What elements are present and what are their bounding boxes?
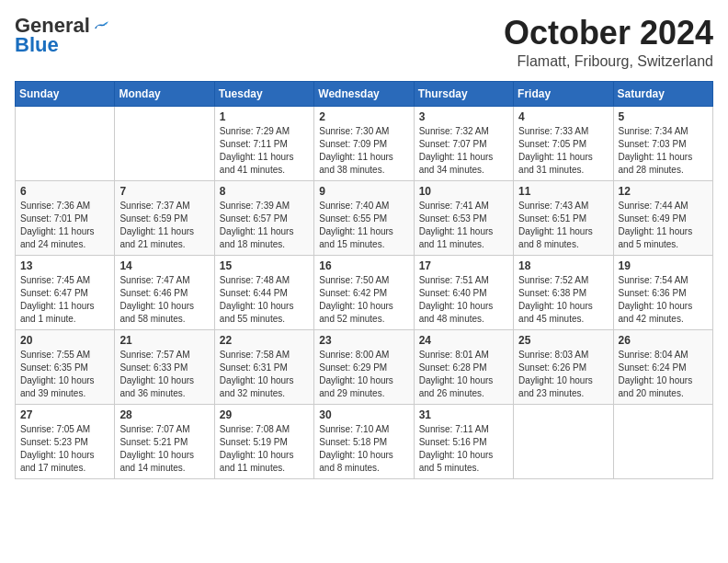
day-info: Sunrise: 7:11 AM Sunset: 5:16 PM Dayligh… xyxy=(419,423,508,475)
day-number: 22 xyxy=(220,334,309,347)
day-info: Sunrise: 7:36 AM Sunset: 7:01 PM Dayligh… xyxy=(20,200,109,251)
calendar-week-row: 6Sunrise: 7:36 AM Sunset: 7:01 PM Daylig… xyxy=(16,180,713,255)
day-number: 20 xyxy=(20,334,109,347)
calendar-week-row: 20Sunrise: 7:55 AM Sunset: 6:35 PM Dayli… xyxy=(16,329,713,404)
day-info: Sunrise: 7:05 AM Sunset: 5:23 PM Dayligh… xyxy=(20,423,109,475)
calendar-cell: 23Sunrise: 8:00 AM Sunset: 6:29 PM Dayli… xyxy=(314,329,414,404)
calendar-cell: 21Sunrise: 7:57 AM Sunset: 6:33 PM Dayli… xyxy=(115,329,214,404)
location-title: Flamatt, Fribourg, Switzerland xyxy=(504,53,713,70)
day-number: 27 xyxy=(20,408,109,421)
day-number: 15 xyxy=(220,259,309,272)
calendar-cell: 25Sunrise: 8:03 AM Sunset: 6:26 PM Dayli… xyxy=(514,329,613,404)
day-info: Sunrise: 7:39 AM Sunset: 6:57 PM Dayligh… xyxy=(220,200,309,251)
day-info: Sunrise: 7:52 AM Sunset: 6:38 PM Dayligh… xyxy=(518,274,608,326)
month-title: October 2024 xyxy=(504,15,713,52)
day-number: 7 xyxy=(119,185,209,198)
weekday-header-row: SundayMondayTuesdayWednesdayThursdayFrid… xyxy=(16,81,713,106)
day-number: 18 xyxy=(518,259,608,272)
day-info: Sunrise: 7:45 AM Sunset: 6:47 PM Dayligh… xyxy=(20,274,109,326)
calendar-cell: 29Sunrise: 7:08 AM Sunset: 5:19 PM Dayli… xyxy=(214,404,313,478)
day-number: 8 xyxy=(220,185,309,198)
logo-bird-icon xyxy=(92,17,108,34)
calendar-cell xyxy=(613,404,712,478)
day-number: 12 xyxy=(619,185,708,198)
day-info: Sunrise: 7:54 AM Sunset: 6:36 PM Dayligh… xyxy=(619,274,708,326)
day-number: 24 xyxy=(419,334,508,347)
day-info: Sunrise: 8:00 AM Sunset: 6:29 PM Dayligh… xyxy=(319,349,408,400)
calendar-cell: 4Sunrise: 7:33 AM Sunset: 7:05 PM Daylig… xyxy=(514,106,613,180)
day-number: 30 xyxy=(319,408,408,421)
calendar-cell: 28Sunrise: 7:07 AM Sunset: 5:21 PM Dayli… xyxy=(115,404,214,478)
calendar-cell: 27Sunrise: 7:05 AM Sunset: 5:23 PM Dayli… xyxy=(16,404,115,478)
day-info: Sunrise: 7:50 AM Sunset: 6:42 PM Dayligh… xyxy=(319,274,408,326)
calendar-week-row: 13Sunrise: 7:45 AM Sunset: 6:47 PM Dayli… xyxy=(16,255,713,329)
calendar-cell: 5Sunrise: 7:34 AM Sunset: 7:03 PM Daylig… xyxy=(613,106,712,180)
weekday-header-tuesday: Tuesday xyxy=(214,81,313,106)
day-info: Sunrise: 7:41 AM Sunset: 6:53 PM Dayligh… xyxy=(419,200,508,251)
day-info: Sunrise: 7:33 AM Sunset: 7:05 PM Dayligh… xyxy=(518,125,608,177)
calendar-cell: 7Sunrise: 7:37 AM Sunset: 6:59 PM Daylig… xyxy=(115,180,214,255)
day-number: 17 xyxy=(419,259,508,272)
day-number: 10 xyxy=(419,185,508,198)
weekday-header-saturday: Saturday xyxy=(613,81,712,106)
day-number: 31 xyxy=(419,408,508,421)
calendar-cell: 10Sunrise: 7:41 AM Sunset: 6:53 PM Dayli… xyxy=(414,180,513,255)
calendar-cell: 16Sunrise: 7:50 AM Sunset: 6:42 PM Dayli… xyxy=(314,255,414,329)
header: General Blue October 2024 Flamatt, Fribo… xyxy=(15,15,713,70)
calendar-cell: 18Sunrise: 7:52 AM Sunset: 6:38 PM Dayli… xyxy=(514,255,613,329)
day-info: Sunrise: 7:43 AM Sunset: 6:51 PM Dayligh… xyxy=(518,200,608,251)
day-number: 28 xyxy=(119,408,209,421)
day-number: 19 xyxy=(619,259,708,272)
day-number: 25 xyxy=(518,334,608,347)
day-info: Sunrise: 7:57 AM Sunset: 6:33 PM Dayligh… xyxy=(119,349,209,400)
calendar-cell: 13Sunrise: 7:45 AM Sunset: 6:47 PM Dayli… xyxy=(16,255,115,329)
day-number: 9 xyxy=(319,185,408,198)
day-number: 14 xyxy=(119,259,209,272)
day-info: Sunrise: 7:34 AM Sunset: 7:03 PM Dayligh… xyxy=(619,125,708,177)
day-info: Sunrise: 7:48 AM Sunset: 6:44 PM Dayligh… xyxy=(220,274,309,326)
calendar-cell xyxy=(514,404,613,478)
calendar-table: SundayMondayTuesdayWednesdayThursdayFrid… xyxy=(15,81,713,479)
calendar-cell: 1Sunrise: 7:29 AM Sunset: 7:11 PM Daylig… xyxy=(214,106,313,180)
day-number: 29 xyxy=(220,408,309,421)
calendar-cell: 20Sunrise: 7:55 AM Sunset: 6:35 PM Dayli… xyxy=(16,329,115,404)
weekday-header-friday: Friday xyxy=(514,81,613,106)
logo-blue-text: Blue xyxy=(15,33,59,57)
calendar-cell xyxy=(16,106,115,180)
day-number: 2 xyxy=(319,110,408,123)
calendar-cell: 30Sunrise: 7:10 AM Sunset: 5:18 PM Dayli… xyxy=(314,404,414,478)
day-info: Sunrise: 7:37 AM Sunset: 6:59 PM Dayligh… xyxy=(119,200,209,251)
day-info: Sunrise: 7:30 AM Sunset: 7:09 PM Dayligh… xyxy=(319,125,408,177)
calendar-week-row: 1Sunrise: 7:29 AM Sunset: 7:11 PM Daylig… xyxy=(16,106,713,180)
calendar-cell xyxy=(115,106,214,180)
day-number: 5 xyxy=(619,110,708,123)
weekday-header-monday: Monday xyxy=(115,81,214,106)
logo: General Blue xyxy=(15,15,108,57)
calendar-cell: 8Sunrise: 7:39 AM Sunset: 6:57 PM Daylig… xyxy=(214,180,313,255)
calendar-cell: 3Sunrise: 7:32 AM Sunset: 7:07 PM Daylig… xyxy=(414,106,513,180)
day-info: Sunrise: 7:10 AM Sunset: 5:18 PM Dayligh… xyxy=(319,423,408,475)
day-number: 1 xyxy=(220,110,309,123)
day-number: 6 xyxy=(20,185,109,198)
title-area: October 2024 Flamatt, Fribourg, Switzerl… xyxy=(504,15,713,70)
day-number: 21 xyxy=(119,334,209,347)
day-info: Sunrise: 8:04 AM Sunset: 6:24 PM Dayligh… xyxy=(619,349,708,400)
calendar-week-row: 27Sunrise: 7:05 AM Sunset: 5:23 PM Dayli… xyxy=(16,404,713,478)
day-info: Sunrise: 7:51 AM Sunset: 6:40 PM Dayligh… xyxy=(419,274,508,326)
day-info: Sunrise: 7:44 AM Sunset: 6:49 PM Dayligh… xyxy=(619,200,708,251)
calendar-cell: 12Sunrise: 7:44 AM Sunset: 6:49 PM Dayli… xyxy=(613,180,712,255)
calendar-cell: 9Sunrise: 7:40 AM Sunset: 6:55 PM Daylig… xyxy=(314,180,414,255)
calendar-cell: 15Sunrise: 7:48 AM Sunset: 6:44 PM Dayli… xyxy=(214,255,313,329)
calendar-cell: 14Sunrise: 7:47 AM Sunset: 6:46 PM Dayli… xyxy=(115,255,214,329)
day-number: 16 xyxy=(319,259,408,272)
day-number: 23 xyxy=(319,334,408,347)
day-info: Sunrise: 7:58 AM Sunset: 6:31 PM Dayligh… xyxy=(220,349,309,400)
day-number: 13 xyxy=(20,259,109,272)
day-info: Sunrise: 8:01 AM Sunset: 6:28 PM Dayligh… xyxy=(419,349,508,400)
weekday-header-wednesday: Wednesday xyxy=(314,81,414,106)
day-info: Sunrise: 7:40 AM Sunset: 6:55 PM Dayligh… xyxy=(319,200,408,251)
day-info: Sunrise: 8:03 AM Sunset: 6:26 PM Dayligh… xyxy=(518,349,608,400)
calendar-cell: 26Sunrise: 8:04 AM Sunset: 6:24 PM Dayli… xyxy=(613,329,712,404)
calendar-cell: 6Sunrise: 7:36 AM Sunset: 7:01 PM Daylig… xyxy=(16,180,115,255)
calendar-cell: 31Sunrise: 7:11 AM Sunset: 5:16 PM Dayli… xyxy=(414,404,513,478)
